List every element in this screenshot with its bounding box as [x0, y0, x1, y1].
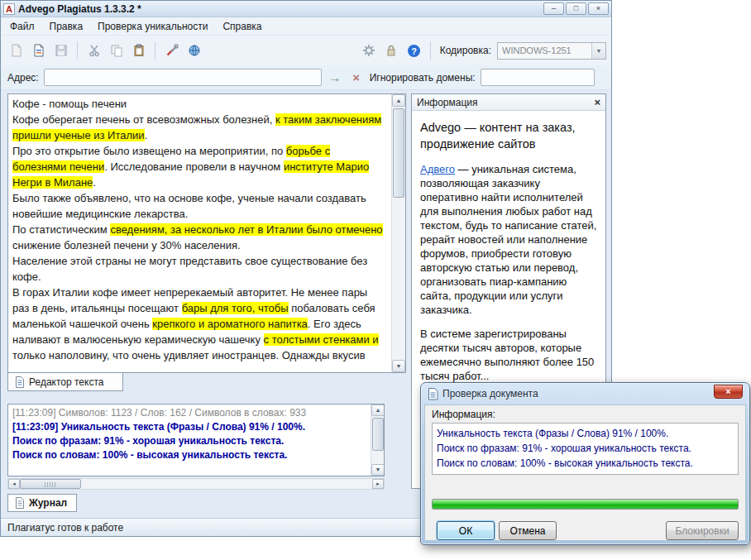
log-scroll-down-icon[interactable]: ▼: [371, 464, 385, 476]
web-check-button[interactable]: [184, 41, 204, 61]
menu-item-3[interactable]: Справка: [215, 18, 269, 35]
paste-button[interactable]: [128, 41, 149, 61]
address-input[interactable]: [44, 69, 322, 86]
lock-icon: [385, 44, 398, 57]
horizontal-scrollbar-thumb[interactable]: [20, 479, 81, 489]
scroll-left-icon[interactable]: ◄: [8, 479, 20, 489]
help-button[interactable]: ?: [404, 41, 424, 61]
dialog-lines: Уникальность текста (Фразы / Слова) 91% …: [432, 423, 739, 475]
menu-item-1[interactable]: Правка: [42, 18, 91, 35]
svg-text:?: ?: [411, 45, 417, 55]
editor-tab-label: Редактор текста: [29, 376, 103, 388]
info-panel-close-icon[interactable]: ×: [594, 98, 600, 108]
address-label: Адрес:: [7, 72, 39, 84]
clear-address-icon[interactable]: ×: [348, 70, 365, 84]
menu-item-2[interactable]: Проверка уникальности: [90, 18, 215, 35]
document-paragraph: По статистическим сведениям, за нескольк…: [12, 222, 387, 253]
menu-bar: ФайлПравкаПроверка уникальностиСправка: [1, 17, 611, 36]
status-text: Плагиатус готов к работе: [7, 522, 123, 534]
toolbar-separator: [77, 41, 78, 60]
ok-button[interactable]: ОК: [437, 521, 495, 540]
document-text[interactable]: Кофе - помощь печениКофе оберегает печен…: [8, 94, 391, 372]
encoding-select[interactable]: WINDOWS-1251 ▼: [497, 42, 606, 60]
plain-text: . Исследование провели в научном: [104, 160, 284, 173]
document-paragraph: Кофе - помощь печени: [12, 96, 387, 112]
maximize-button[interactable]: □: [566, 2, 586, 15]
dialog-result-line: Поиск по словам: 100% - высокая уникальн…: [437, 456, 734, 471]
titlebar[interactable]: A Advego Plagiatus 1.3.3.2 * – □ ×: [1, 1, 611, 17]
log-lines: [11:23:09] Символов: 1123 / Слов: 162 / …: [8, 404, 371, 476]
dialog-result-line: Уникальность текста (Фразы / Слова) 91% …: [437, 426, 734, 441]
web-globe-icon: [188, 44, 201, 57]
dialog-progress-bar: [432, 499, 739, 510]
ignore-domains-input[interactable]: [481, 69, 595, 86]
info-para1: Адвего — уникальная система, позволяющая…: [420, 162, 597, 317]
log-line: [11:23:09] Символов: 1123 / Слов: 162 / …: [12, 406, 366, 420]
plain-text: .: [93, 176, 96, 189]
info-panel-title: Информация: [417, 97, 594, 108]
text-editor[interactable]: Кофе - помощь печениКофе оберегает печен…: [7, 93, 406, 373]
menu-item-0[interactable]: Файл: [2, 18, 42, 35]
lock-button[interactable]: [381, 41, 402, 61]
window-controls: – □ ×: [543, 2, 609, 15]
app-icon: A: [3, 3, 15, 15]
save-button[interactable]: [50, 41, 71, 61]
editor-tab-icon: [15, 376, 25, 388]
info-heading: Advego — контент на заказ, продвижение с…: [420, 119, 597, 152]
plain-text: .: [145, 129, 148, 141]
log-scrollbar-thumb[interactable]: [372, 418, 384, 451]
check-uniqueness-button[interactable]: [161, 41, 182, 61]
toolbar-separator: [155, 41, 155, 60]
thumb-grip: [45, 482, 56, 487]
info-text: — уникальная система, позволяющая заказч…: [420, 163, 596, 316]
paste-icon: [132, 44, 146, 57]
cancel-button[interactable]: Отмена: [499, 521, 557, 540]
scroll-down-icon[interactable]: ▼: [392, 360, 405, 372]
go-arrow-icon[interactable]: →: [327, 70, 343, 84]
highlighted-phrase: с толстыми стенками и: [264, 333, 379, 346]
log-line: Поиск по фразам: 91% - хорошая уникально…: [12, 434, 366, 448]
log-horizontal-scrollbar[interactable]: ◄ ►: [7, 478, 385, 490]
close-button[interactable]: ×: [588, 2, 609, 15]
log-scroll-up-icon[interactable]: ▲: [371, 404, 385, 416]
plain-text: Про это открытие было извещено на меропр…: [12, 145, 286, 157]
editor-tab[interactable]: Редактор текста: [7, 373, 123, 391]
cut-button[interactable]: [84, 41, 104, 61]
plain-text: Кофе оберегает печень от всевозможных бо…: [12, 113, 275, 126]
help-icon: ?: [407, 44, 421, 58]
log-scrollbar[interactable]: ▲ ▼: [371, 404, 384, 476]
scroll-up-icon[interactable]: ▲: [392, 94, 405, 107]
encoding-value: WINDOWS-1251: [502, 45, 591, 55]
minimize-button[interactable]: –: [543, 2, 564, 15]
journal-tab[interactable]: Журнал: [7, 494, 77, 512]
editor-scrollbar-thumb[interactable]: [393, 108, 404, 198]
copy-icon: [110, 44, 123, 57]
copy-button[interactable]: [106, 41, 127, 61]
editor-scrollbar[interactable]: ▲ ▼: [391, 94, 405, 372]
block-button[interactable]: Блокировки: [666, 521, 739, 540]
new-document-button[interactable]: [6, 41, 26, 61]
cut-icon: [88, 44, 101, 57]
plain-text: Кофе - помощь печени: [12, 98, 127, 110]
info-panel-header: Информация ×: [412, 94, 605, 111]
document-paragraph: Было также объявлено, что на основе кофе…: [12, 190, 387, 222]
encoding-label: Кодировка:: [440, 45, 491, 56]
check-document-dialog: Проверка документа × Информация: Уникаль…: [420, 382, 750, 545]
scroll-right-icon[interactable]: ►: [372, 479, 384, 489]
dialog-titlebar[interactable]: Проверка документа: [428, 386, 708, 401]
journal-tab-icon: [15, 497, 25, 509]
info-para2: В системе зарегистрированы десятки тысяч…: [420, 327, 597, 383]
advego-link[interactable]: Адвего: [420, 163, 455, 175]
dialog-info-label: Информация:: [432, 409, 495, 420]
settings-button[interactable]: [359, 41, 380, 61]
new-document-icon: [10, 44, 23, 57]
toolbar-separator: [430, 41, 431, 60]
log-area[interactable]: [11:23:09] Символов: 1123 / Слов: 162 / …: [7, 404, 385, 476]
dialog-close-button[interactable]: ×: [714, 385, 743, 399]
highlighted-phrase: бары для того, чтобы: [182, 302, 289, 314]
dialog-title: Проверка документа: [442, 388, 538, 400]
window-title: Advego Plagiatus 1.3.3.2 *: [18, 3, 540, 15]
dropdown-arrow-icon[interactable]: ▼: [591, 43, 605, 59]
document-paragraph: Про это открытие было извещено на меропр…: [12, 143, 387, 190]
open-html-button[interactable]: [28, 41, 49, 61]
